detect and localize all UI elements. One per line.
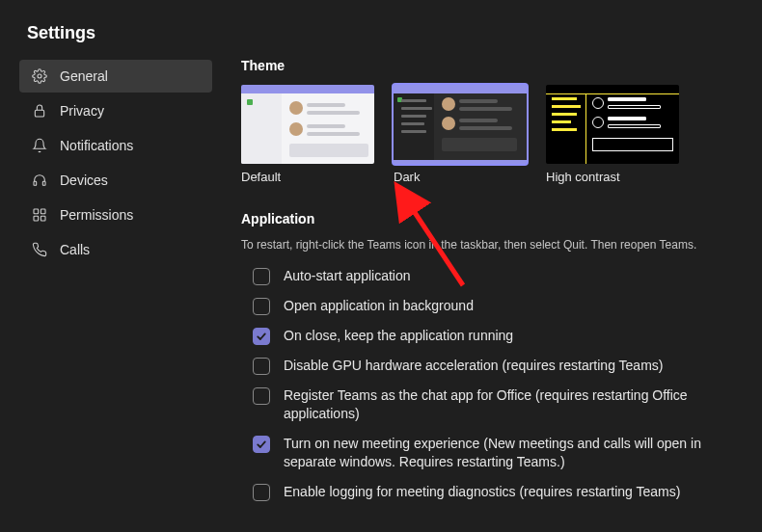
sidebar-item-label: Permissions xyxy=(60,207,133,223)
lock-icon xyxy=(31,102,48,120)
svg-rect-8 xyxy=(34,216,39,221)
setting-checkbox-row[interactable]: On close, keep the application running xyxy=(253,327,743,345)
sidebar-item-notifications[interactable]: Notifications xyxy=(19,129,212,162)
header: Settings xyxy=(0,0,762,58)
sidebar-item-general[interactable]: General xyxy=(19,60,212,93)
phone-icon xyxy=(31,241,48,258)
sidebar-item-calls[interactable]: Calls xyxy=(19,233,212,266)
sidebar-item-permissions[interactable]: Permissions xyxy=(19,199,212,231)
theme-label: Dark xyxy=(394,170,527,184)
theme-option-hc[interactable]: High contrast xyxy=(546,85,679,184)
setting-checkbox-row[interactable]: Open application in background xyxy=(253,297,743,315)
theme-heading: Theme xyxy=(241,58,743,73)
application-options: Auto-start applicationOpen application i… xyxy=(253,267,743,501)
application-heading: Application xyxy=(241,211,743,226)
setting-checkbox-row[interactable]: Enable logging for meeting diagnostics (… xyxy=(253,483,743,501)
app-grid-icon xyxy=(31,206,48,224)
setting-checkbox-row[interactable]: Turn on new meeting experience (New meet… xyxy=(253,435,743,471)
theme-label: High contrast xyxy=(546,170,679,184)
sidebar-item-privacy[interactable]: Privacy xyxy=(19,94,212,127)
main-panel: Theme DefaultDarkHigh contrast Applicati… xyxy=(212,58,762,532)
application-note: To restart, right-click the Teams icon i… xyxy=(241,238,743,252)
svg-point-2 xyxy=(38,74,41,78)
sidebar-item-label: Notifications xyxy=(60,138,133,153)
checkbox[interactable] xyxy=(253,387,270,405)
checkbox[interactable] xyxy=(253,328,270,345)
headset-icon xyxy=(31,172,48,189)
checkbox-label: On close, keep the application running xyxy=(284,327,513,345)
bell-icon xyxy=(31,137,48,154)
theme-option-dark[interactable]: Dark xyxy=(394,85,527,184)
svg-rect-3 xyxy=(35,110,43,117)
gear-icon xyxy=(31,67,48,85)
checkbox-label: Turn on new meeting experience (New meet… xyxy=(284,435,708,471)
sidebar-item-label: Calls xyxy=(60,242,90,257)
checkbox-label: Auto-start application xyxy=(284,267,411,285)
theme-label: Default xyxy=(241,170,374,184)
sidebar: GeneralPrivacyNotificationsDevicesPermis… xyxy=(19,58,212,532)
theme-preview-high-contrast xyxy=(546,85,679,164)
checkbox-label: Enable logging for meeting diagnostics (… xyxy=(284,483,680,501)
setting-checkbox-row[interactable]: Register Teams as the chat app for Offic… xyxy=(253,386,743,423)
checkbox[interactable] xyxy=(253,484,270,501)
page-title: Settings xyxy=(27,23,95,43)
setting-checkbox-row[interactable]: Auto-start application xyxy=(253,267,743,285)
svg-rect-5 xyxy=(42,181,45,185)
checkbox[interactable] xyxy=(253,298,270,315)
theme-preview-default xyxy=(241,85,374,164)
checkbox[interactable] xyxy=(253,358,270,375)
sidebar-item-label: General xyxy=(60,68,108,84)
svg-rect-9 xyxy=(41,216,45,221)
checkbox-label: Disable GPU hardware acceleration (requi… xyxy=(284,357,663,375)
svg-rect-4 xyxy=(34,181,37,185)
checkbox-label: Register Teams as the chat app for Offic… xyxy=(284,386,708,423)
close-button[interactable] xyxy=(714,19,741,46)
setting-checkbox-row[interactable]: Disable GPU hardware acceleration (requi… xyxy=(253,357,743,375)
svg-rect-6 xyxy=(34,209,39,214)
theme-selector: DefaultDarkHigh contrast xyxy=(241,85,743,184)
svg-rect-7 xyxy=(41,209,45,214)
theme-preview-dark xyxy=(394,85,527,164)
checkbox-label: Open application in background xyxy=(284,297,474,315)
sidebar-item-label: Privacy xyxy=(60,103,104,119)
sidebar-item-devices[interactable]: Devices xyxy=(19,164,212,197)
checkbox[interactable] xyxy=(253,436,270,453)
theme-option-default[interactable]: Default xyxy=(241,85,374,184)
sidebar-item-label: Devices xyxy=(60,173,108,188)
checkbox[interactable] xyxy=(253,268,270,285)
